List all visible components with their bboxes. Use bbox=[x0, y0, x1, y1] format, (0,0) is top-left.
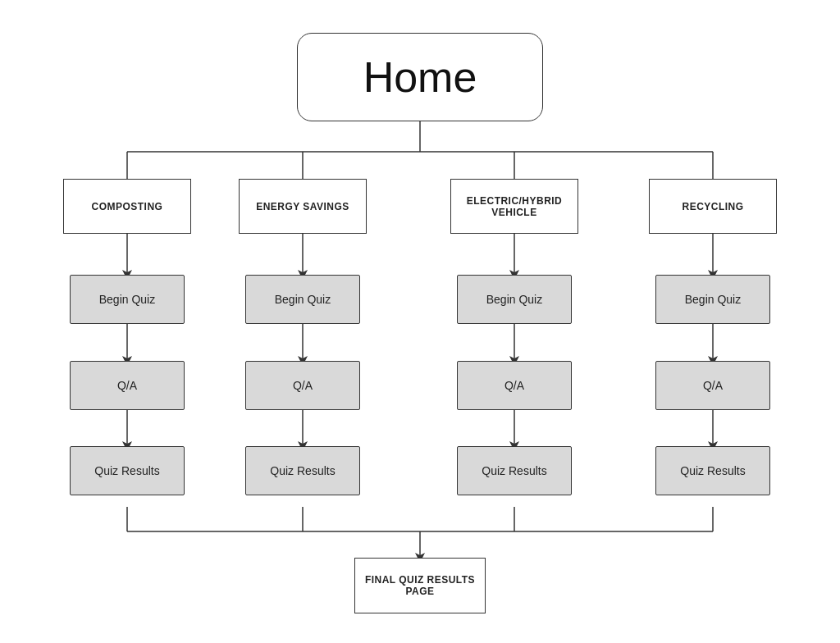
flowchart-diagram: Home COMPOSTING ENERGY SAVINGS ELECTRIC/… bbox=[0, 0, 840, 643]
category-recycling: RECYCLING bbox=[649, 179, 777, 234]
category-vehicle: ELECTRIC/HYBRID VEHICLE bbox=[450, 179, 578, 234]
recycling-quiz-results[interactable]: Quiz Results bbox=[655, 446, 770, 495]
energy-quiz-results[interactable]: Quiz Results bbox=[245, 446, 360, 495]
category-composting: COMPOSTING bbox=[63, 179, 191, 234]
energy-begin-quiz[interactable]: Begin Quiz bbox=[245, 275, 360, 324]
category-energy-savings: ENERGY SAVINGS bbox=[239, 179, 367, 234]
vehicle-begin-quiz[interactable]: Begin Quiz bbox=[457, 275, 572, 324]
composting-begin-quiz[interactable]: Begin Quiz bbox=[70, 275, 185, 324]
final-quiz-results: FINAL QUIZ RESULTS PAGE bbox=[354, 558, 486, 613]
composting-quiz-results[interactable]: Quiz Results bbox=[70, 446, 185, 495]
energy-qa[interactable]: Q/A bbox=[245, 361, 360, 410]
composting-qa[interactable]: Q/A bbox=[70, 361, 185, 410]
recycling-qa[interactable]: Q/A bbox=[655, 361, 770, 410]
recycling-begin-quiz[interactable]: Begin Quiz bbox=[655, 275, 770, 324]
vehicle-quiz-results[interactable]: Quiz Results bbox=[457, 446, 572, 495]
home-node: Home bbox=[297, 33, 543, 121]
vehicle-qa[interactable]: Q/A bbox=[457, 361, 572, 410]
